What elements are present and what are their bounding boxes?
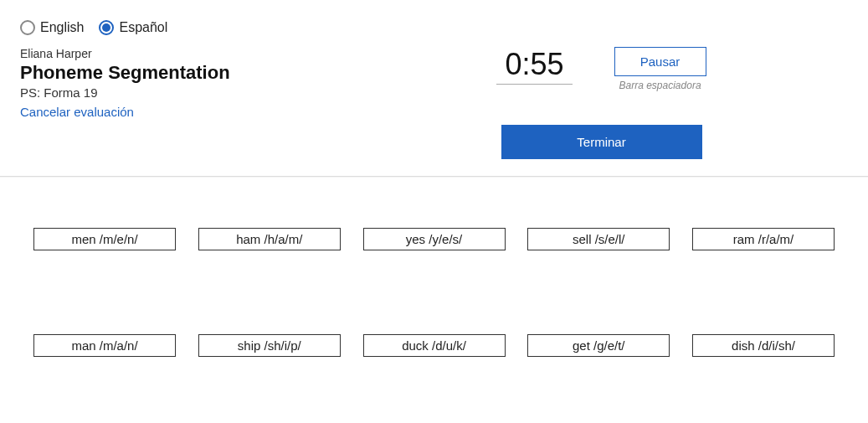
item-box[interactable]: sell /s/e/l/ (527, 228, 670, 250)
left-column: English Español Eliana Harper Phoneme Se… (20, 20, 321, 120)
item-box[interactable]: yes /y/e/s/ (363, 228, 506, 250)
timer-value: 0:55 (496, 47, 572, 85)
radio-circle-selected-icon (99, 20, 114, 35)
header: English Español Eliana Harper Phoneme Se… (0, 0, 868, 176)
radio-circle-icon (20, 20, 35, 35)
pause-button[interactable]: Pausar (614, 47, 706, 76)
timer-box: 0:55 (496, 47, 572, 85)
radio-spanish[interactable]: Español (99, 20, 167, 35)
finish-button[interactable]: Terminar (501, 125, 702, 159)
center-column: 0:55 Pausar Barra espaciadora Terminar (355, 20, 848, 159)
item-box[interactable]: ham /h/a/m/ (198, 228, 341, 250)
pause-box: Pausar Barra espaciadora (614, 47, 706, 91)
item-box[interactable]: men /m/e/n/ (33, 228, 176, 250)
timer-row: 0:55 Pausar Barra espaciadora (496, 47, 706, 91)
item-box[interactable]: get /g/e/t/ (527, 334, 670, 357)
student-name: Eliana Harper (20, 47, 321, 60)
form-label: PS: Forma 19 (20, 85, 321, 100)
item-box[interactable]: duck /d/u/k/ (363, 334, 506, 357)
radio-english[interactable]: English (20, 20, 84, 35)
items-row-1: men /m/e/n/ ham /h/a/m/ yes /y/e/s/ sell… (33, 228, 835, 250)
spacebar-hint: Barra espaciadora (619, 80, 701, 91)
radio-spanish-label: Español (119, 20, 167, 35)
language-selector: English Español (20, 20, 321, 35)
radio-english-label: English (40, 20, 84, 35)
items-row-2: man /m/a/n/ ship /sh/i/p/ duck /d/u/k/ g… (33, 334, 835, 357)
item-box[interactable]: ship /sh/i/p/ (198, 334, 341, 357)
item-box[interactable]: man /m/a/n/ (33, 334, 176, 357)
item-box[interactable]: ram /r/a/m/ (692, 228, 835, 250)
items-section: men /m/e/n/ ham /h/a/m/ yes /y/e/s/ sell… (0, 178, 868, 382)
cancel-link[interactable]: Cancelar evaluación (20, 105, 134, 119)
item-box[interactable]: dish /d/i/sh/ (692, 334, 835, 357)
assessment-title: Phoneme Segmentation (20, 62, 321, 84)
